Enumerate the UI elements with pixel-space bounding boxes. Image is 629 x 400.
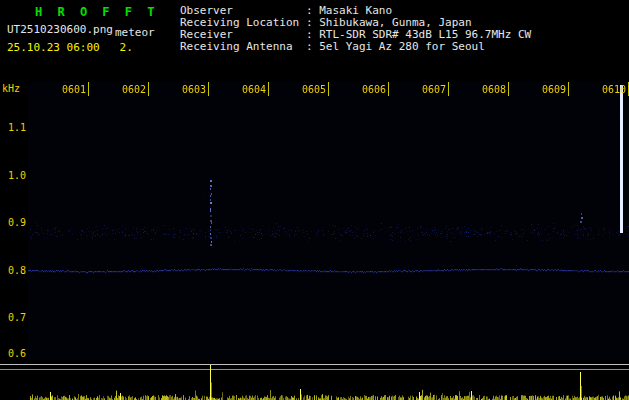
x-tick-label: 0606 (356, 84, 386, 95)
x-tick (388, 82, 389, 96)
x-tick-label: 0603 (176, 84, 206, 95)
info-value: : 5el Yagi Az 280 for Seoul (306, 40, 485, 53)
x-tick (268, 82, 269, 96)
x-tick (88, 82, 89, 96)
info-label: Receiving Antenna (180, 41, 306, 53)
info-row: Receiving Antenna: 5el Yagi Az 280 for S… (180, 41, 531, 53)
y-axis-unit-label: kHz (2, 83, 20, 94)
y-tick-label: 1.1 (0, 122, 26, 133)
filename-label: UT2510230600.png (7, 23, 113, 36)
timestamp-label: 25.10.23 06:00 2. (7, 41, 133, 54)
x-tick-label: 0601 (56, 84, 86, 95)
x-tick (208, 82, 209, 96)
x-tick-label: 0604 (236, 84, 266, 95)
x-tick-label: 0610 (596, 84, 626, 95)
y-tick-label: 0.8 (0, 265, 26, 276)
observer-info-block: Observer: Masaki KanoReceiving Location:… (180, 5, 531, 53)
signal-level-strip-canvas (0, 362, 629, 400)
x-tick (328, 82, 329, 96)
x-tick (568, 82, 569, 96)
x-tick (508, 82, 509, 96)
spectrogram-canvas (28, 82, 629, 360)
x-tick-label: 0605 (296, 84, 326, 95)
y-tick-label: 0.7 (0, 312, 26, 323)
x-tick-label: 0609 (536, 84, 566, 95)
mode-label: meteor (115, 26, 155, 39)
file-line: UT2510230600.pngmeteor (7, 23, 155, 36)
spectrogram-plot (28, 82, 629, 360)
y-tick-label: 1.0 (0, 170, 26, 181)
app-title: H R O F F T (35, 5, 158, 19)
x-tick-label: 0608 (476, 84, 506, 95)
hrofft-screen: H R O F F T UT2510230600.pngmeteor 25.10… (0, 0, 629, 400)
x-tick (448, 82, 449, 96)
y-tick-label: 0.9 (0, 217, 26, 228)
x-tick-label: 0607 (416, 84, 446, 95)
y-tick-label: 0.6 (0, 348, 26, 359)
x-tick (148, 82, 149, 96)
x-tick-label: 0602 (116, 84, 146, 95)
